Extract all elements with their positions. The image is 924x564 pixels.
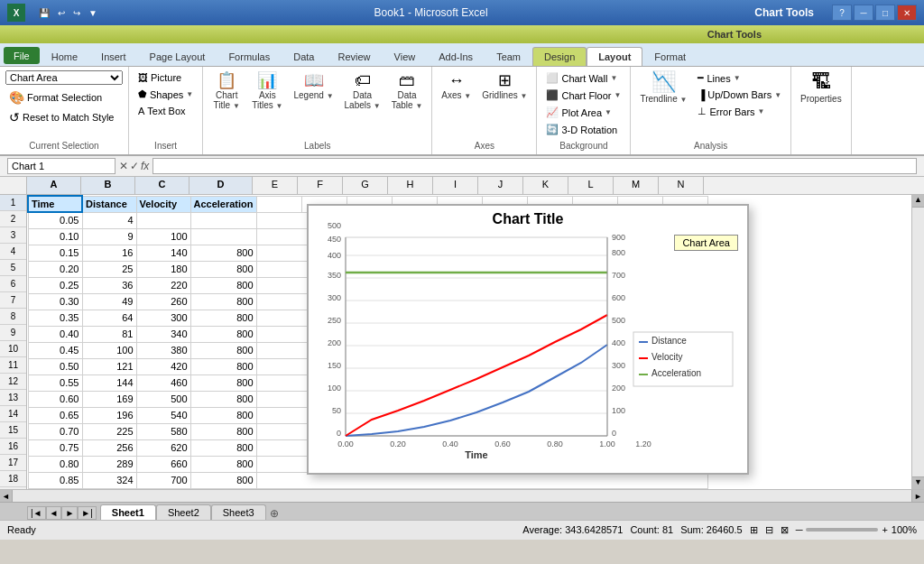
cell-c16[interactable]: 620 (136, 439, 190, 456)
cell-a4[interactable]: 0.15 (28, 245, 82, 261)
cell-a16[interactable]: 0.75 (28, 439, 82, 456)
cell-d12[interactable]: 800 (190, 374, 256, 391)
tab-format[interactable]: Format (642, 47, 698, 66)
cell-c18[interactable]: 700 (136, 472, 190, 488)
cell-b4[interactable]: 16 (82, 245, 136, 261)
cell-b2[interactable]: 4 (82, 212, 136, 228)
cell-b7[interactable]: 49 (82, 293, 136, 310)
cell-a15[interactable]: 0.70 (28, 423, 82, 439)
cell-a5[interactable]: 0.20 (28, 261, 82, 277)
up-down-bars-btn[interactable]: ▐ Up/Down Bars ▼ (694, 88, 785, 102)
cell-b14[interactable]: 196 (82, 407, 136, 423)
cell-b13[interactable]: 169 (82, 391, 136, 407)
axes-btn[interactable]: ↔ Axes ▼ (438, 70, 475, 102)
tab-review[interactable]: Review (326, 47, 382, 66)
cell-c3[interactable]: 100 (136, 228, 190, 245)
cell-b5[interactable]: 25 (82, 261, 136, 277)
cell-b12[interactable]: 144 (82, 374, 136, 391)
cell-d15[interactable]: 800 (190, 423, 256, 439)
data-labels-btn[interactable]: 🏷 DataLabels ▼ (341, 70, 384, 112)
tab-data[interactable]: Data (282, 47, 326, 66)
chart-wall-btn[interactable]: ⬜ Chart Wall ▼ (542, 70, 624, 86)
format-selection-btn[interactable]: 🎨 Format Selection (5, 88, 123, 106)
name-box[interactable] (7, 158, 116, 174)
cell-b10[interactable]: 100 (82, 342, 136, 358)
cell-d6[interactable]: 800 (190, 277, 256, 293)
sheet-next-btn[interactable]: ► (61, 506, 78, 520)
cell-a6[interactable]: 0.25 (28, 277, 82, 293)
cell-d8[interactable]: 800 (190, 310, 256, 326)
axis-titles-btn[interactable]: 📊 AxisTitles ▼ (248, 70, 286, 112)
cell-d11[interactable]: 800 (190, 358, 256, 374)
cell-b11[interactable]: 121 (82, 358, 136, 374)
cell-a2[interactable]: 0.05 (28, 212, 82, 228)
cell-a14[interactable]: 0.65 (28, 407, 82, 423)
formula-bar-input[interactable] (152, 158, 917, 174)
picture-btn[interactable]: 🖼 Picture (134, 70, 197, 85)
trendline-btn[interactable]: 📉 Trendline ▼ (636, 70, 690, 106)
tab-view[interactable]: View (383, 47, 428, 66)
cell-d7[interactable]: 800 (190, 293, 256, 310)
sheet-last-btn[interactable]: ►| (78, 506, 97, 520)
cell-c1[interactable]: Velocity (136, 196, 190, 212)
cell-c15[interactable]: 580 (136, 423, 190, 439)
cell-c14[interactable]: 540 (136, 407, 190, 423)
error-bars-btn[interactable]: ⊥ Error Bars ▼ (694, 104, 785, 119)
lines-btn[interactable]: ━ Lines ▼ (694, 70, 785, 86)
cell-b6[interactable]: 36 (82, 277, 136, 293)
view-page-break-btn[interactable]: ⊠ (781, 524, 789, 536)
rotation-3d-btn[interactable]: 🔄 3-D Rotation (542, 122, 624, 137)
sheet-tab-3[interactable]: Sheet3 (211, 504, 266, 520)
tab-formulas[interactable]: Formulas (217, 47, 282, 66)
cell-c13[interactable]: 500 (136, 391, 190, 407)
cell-a3[interactable]: 0.10 (28, 228, 82, 245)
horizontal-scrollbar[interactable]: ◄ ► (0, 489, 924, 502)
reset-match-btn[interactable]: ↺ Reset to Match Style (5, 108, 123, 126)
tab-home[interactable]: Home (40, 47, 89, 66)
sheet-tab-2[interactable]: Sheet2 (156, 504, 211, 520)
cell-d13[interactable]: 800 (190, 391, 256, 407)
cell-a8[interactable]: 0.35 (28, 310, 82, 326)
help-btn[interactable]: ? (832, 5, 852, 21)
cell-c7[interactable]: 260 (136, 293, 190, 310)
chart-area-dropdown[interactable]: Chart Area (5, 70, 123, 85)
cell-c6[interactable]: 220 (136, 277, 190, 293)
zoom-in-btn[interactable]: + (882, 524, 887, 535)
cell-a9[interactable]: 0.40 (28, 326, 82, 342)
cell-b3[interactable]: 9 (82, 228, 136, 245)
cell-d17[interactable]: 800 (190, 456, 256, 472)
scroll-left-btn[interactable]: ◄ (0, 490, 13, 502)
chart-title-btn[interactable]: 📋 ChartTitle ▼ (208, 70, 245, 112)
cell-d4[interactable]: 800 (190, 245, 256, 261)
cell-d9[interactable]: 800 (190, 326, 256, 342)
h-scroll-track[interactable] (13, 490, 911, 502)
cell-a12[interactable]: 0.55 (28, 374, 82, 391)
cancel-formula-btn[interactable]: ✕ (119, 160, 128, 172)
cell-a18[interactable]: 0.85 (28, 472, 82, 488)
gridlines-btn[interactable]: ⊞ Gridlines ▼ (478, 70, 531, 102)
data-table-btn[interactable]: 🗃 DataTable ▼ (388, 70, 427, 112)
cell-c4[interactable]: 140 (136, 245, 190, 261)
vertical-scrollbar[interactable]: ▲ ▼ (911, 195, 924, 489)
cell-c10[interactable]: 380 (136, 342, 190, 358)
legend-btn[interactable]: 📖 Legend ▼ (290, 70, 337, 102)
view-layout-btn[interactable]: ⊟ (765, 524, 773, 536)
cell-c11[interactable]: 420 (136, 358, 190, 374)
shapes-btn[interactable]: ⬟ Shapes ▼ (134, 87, 197, 102)
cell-d1[interactable]: Acceleration (190, 196, 256, 212)
cell-c12[interactable]: 460 (136, 374, 190, 391)
plot-area-btn[interactable]: 📈 Plot Area ▼ (542, 105, 624, 120)
cell-b8[interactable]: 64 (82, 310, 136, 326)
cell-c9[interactable]: 340 (136, 326, 190, 342)
scroll-down-btn[interactable]: ▼ (912, 476, 924, 489)
insert-sheet-btn[interactable]: ⊕ (270, 507, 279, 520)
tab-addins[interactable]: Add-Ins (427, 47, 485, 66)
cell-c5[interactable]: 180 (136, 261, 190, 277)
cell-b18[interactable]: 324 (82, 472, 136, 488)
cell-c8[interactable]: 300 (136, 310, 190, 326)
properties-btn[interactable]: 🏗 Properties (797, 70, 845, 106)
customize-qa-btn[interactable]: ▼ (86, 6, 100, 20)
tab-file[interactable]: File (4, 47, 40, 64)
cell-e1[interactable] (256, 196, 301, 212)
cell-a13[interactable]: 0.60 (28, 391, 82, 407)
